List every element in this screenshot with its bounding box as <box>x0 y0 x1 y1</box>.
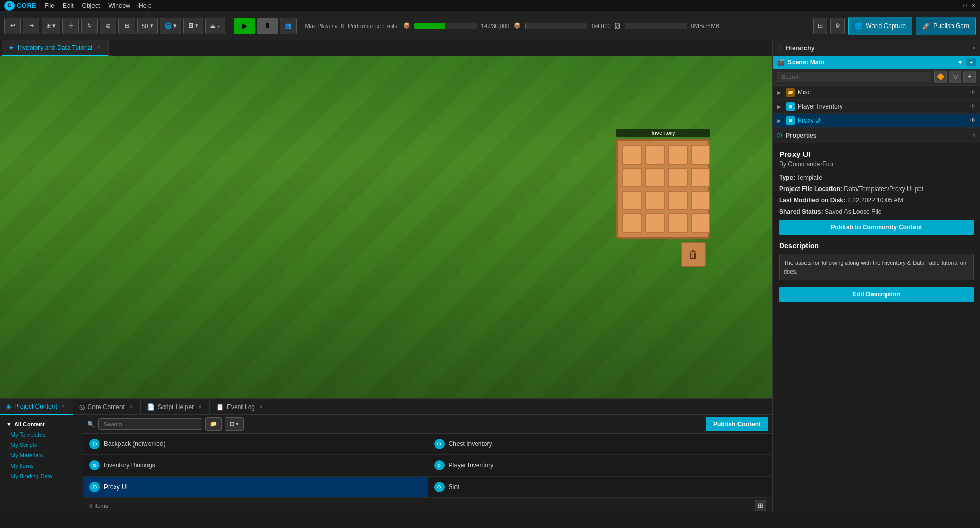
sidebar-my-items[interactable]: My Items <box>0 461 83 471</box>
menu-edit[interactable]: Edit <box>63 2 74 9</box>
content-item-bindings[interactable]: ⚙ Inventory Bindings <box>83 455 428 476</box>
script-helper-close[interactable]: × <box>197 403 203 410</box>
player-inv-visibility[interactable]: 👁 <box>970 103 976 110</box>
hier-sort-icon[interactable]: ▽ <box>949 71 961 83</box>
publish-content-button[interactable]: Publish Content <box>706 417 768 431</box>
scene-bar[interactable]: 🎬 Scene: Main ▼ + <box>773 56 980 69</box>
properties-icon: ⚙ <box>777 132 783 139</box>
view-button[interactable]: 🖼 ▾ <box>183 18 203 34</box>
sidebar-my-materials[interactable]: My Materials <box>0 450 83 461</box>
publish-community-button[interactable]: Publish to Community Content <box>779 220 974 235</box>
transform-button[interactable]: ⊞ ▾ <box>42 18 60 34</box>
inv-slot-15 <box>668 213 688 233</box>
props-modified: Last Modified on Disk: 2.22.2022 10:05 A… <box>779 197 974 204</box>
content-icon-backpack: ⚙ <box>89 439 100 449</box>
grid-view-button[interactable]: ⊞ <box>755 500 766 511</box>
duplicate-button[interactable]: ⧉ <box>100 18 116 34</box>
folder-button[interactable]: 📁 <box>205 417 222 431</box>
play-button[interactable]: ▶ <box>234 18 255 34</box>
proxy-ui-visibility[interactable]: 👁 <box>970 117 976 124</box>
menu-window[interactable]: Window <box>108 2 130 9</box>
hier-add-icon[interactable]: + <box>963 71 976 83</box>
misc-visibility[interactable]: 👁 <box>970 89 976 96</box>
core-content-icon: ◎ <box>79 403 85 411</box>
sidebar-my-templates[interactable]: My Templates <box>0 429 83 440</box>
hier-item-player-inventory[interactable]: ▶ ⊞ Player Inventory 👁 <box>773 100 980 114</box>
hier-icon-group: 🔶 ▽ + <box>934 71 976 83</box>
content-toolbar: 🔍 📁 ⊟ ▾ Publish Content <box>83 415 772 434</box>
proxy-ui-label: Proxy UI <box>798 117 822 124</box>
hier-item-proxy-ui[interactable]: ▶ ⊞ Proxy UI 👁 <box>773 114 980 128</box>
move-button[interactable]: ✛ <box>62 18 79 34</box>
perf-limits-label: Performance Limits: <box>348 23 399 29</box>
more-button[interactable]: ⛰ ▾ <box>205 18 225 34</box>
hierarchy-search: 🔶 ▽ + <box>773 69 980 86</box>
grid-button[interactable]: ⊞ <box>118 18 135 34</box>
content-search-input[interactable] <box>98 418 202 430</box>
window-controls[interactable]: — □ ✕ <box>954 2 976 9</box>
event-log-close[interactable]: × <box>258 403 264 410</box>
scene-extra-btn[interactable]: + <box>966 58 976 66</box>
multiplayer-button[interactable]: 👥 <box>280 18 297 34</box>
props-location: Project File Location: Data/Templates/Pr… <box>779 185 974 193</box>
viewport[interactable]: Inventory <box>0 56 772 398</box>
tab-project-content[interactable]: ◈ Project Content × <box>0 399 73 415</box>
inventory-trash[interactable]: 🗑 <box>681 242 706 267</box>
terrain-button[interactable]: 🌐 ▾ <box>160 18 181 34</box>
menu-file[interactable]: File <box>45 2 55 9</box>
close-btn[interactable]: ✕ <box>971 2 976 9</box>
minimize-btn[interactable]: — <box>954 2 959 9</box>
undo-button[interactable]: ↩ <box>4 18 21 34</box>
hierarchy-title: Hierarchy <box>786 45 969 52</box>
content-name-bindings: Inventory Bindings <box>104 462 155 469</box>
props-object-name: Proxy UI <box>779 150 974 158</box>
viewport-tab[interactable]: ✦ Inventory and Data Tutorial × <box>2 40 109 56</box>
sidebar-my-scripts[interactable]: My Scripts <box>0 440 83 450</box>
bottom-tabs: ◈ Project Content × ◎ Core Content × 📄 S… <box>0 399 772 415</box>
content-item-chest[interactable]: ⚙ Chest Inventory <box>428 434 773 455</box>
menu-object[interactable]: Object <box>82 2 100 9</box>
hierarchy-close[interactable]: × <box>972 45 976 52</box>
misc-arrow: ▶ <box>777 90 783 96</box>
content-item-slot[interactable]: ⚙ Slot <box>428 477 773 498</box>
tab-core-content[interactable]: ◎ Core Content × <box>73 399 141 415</box>
hierarchy-search-input[interactable] <box>777 72 931 82</box>
logo-icon: C <box>4 1 15 11</box>
edit-description-button[interactable]: Edit Description <box>779 287 974 302</box>
layout-button[interactable]: ⊡ <box>813 18 827 34</box>
player-inv-label: Player Inventory <box>798 103 843 110</box>
settings-button[interactable]: ⚙ <box>830 18 845 34</box>
hierarchy-panel: ☰ Hierarchy × 🎬 Scene: Main ▼ + 🔶 ▽ + <box>773 40 980 128</box>
toolbar-divider-2 <box>301 18 301 34</box>
inv-slot-2 <box>645 145 665 165</box>
content-name-player-inv: Player Inventory <box>449 462 494 469</box>
inv-slot-12 <box>691 191 710 210</box>
content-item-proxy-ui[interactable]: ⚙ Proxy UI <box>83 477 428 498</box>
perf-progress-2 <box>525 23 587 29</box>
tab-event-log[interactable]: 📋 Event Log × <box>210 399 271 415</box>
scene-icon: 🎬 <box>777 59 785 66</box>
world-capture-button[interactable]: 🌐 World Capture <box>848 17 912 35</box>
publish-game-button[interactable]: 🚀 Publish Gam <box>916 17 976 35</box>
tab-script-helper[interactable]: 📄 Script Helper × <box>141 399 210 415</box>
hier-item-misc[interactable]: ▶ 📁 Misc 👁 <box>773 86 980 100</box>
sidebar-my-binding-data[interactable]: My Binding Data <box>0 471 83 481</box>
core-content-close[interactable]: × <box>128 403 134 410</box>
snap-value[interactable]: 50 ▾ <box>137 18 158 34</box>
hier-filter-icon[interactable]: 🔶 <box>934 71 947 83</box>
main-layout: ✦ Inventory and Data Tutorial × Inventor… <box>0 40 980 512</box>
perf-progress-3 <box>625 23 687 29</box>
pause-button[interactable]: ⏸ <box>257 18 278 34</box>
filter-button[interactable]: ⊟ ▾ <box>225 417 244 431</box>
properties-close[interactable]: × <box>972 132 976 139</box>
viewport-tab-close[interactable]: × <box>96 44 102 51</box>
content-item-backpack[interactable]: ⚙ Backpack (networked) <box>83 434 428 455</box>
menu-help[interactable]: Help <box>139 2 152 9</box>
project-content-close[interactable]: × <box>60 403 66 410</box>
toolbar-divider-1 <box>230 18 230 34</box>
content-item-player-inv[interactable]: ⚙ Player Inventory <box>428 455 773 476</box>
redo-button[interactable]: ↪ <box>23 18 39 34</box>
all-content-header[interactable]: ▼ All Content <box>0 419 83 429</box>
maximize-btn[interactable]: □ <box>963 2 967 9</box>
rotate-button[interactable]: ↻ <box>81 18 98 34</box>
